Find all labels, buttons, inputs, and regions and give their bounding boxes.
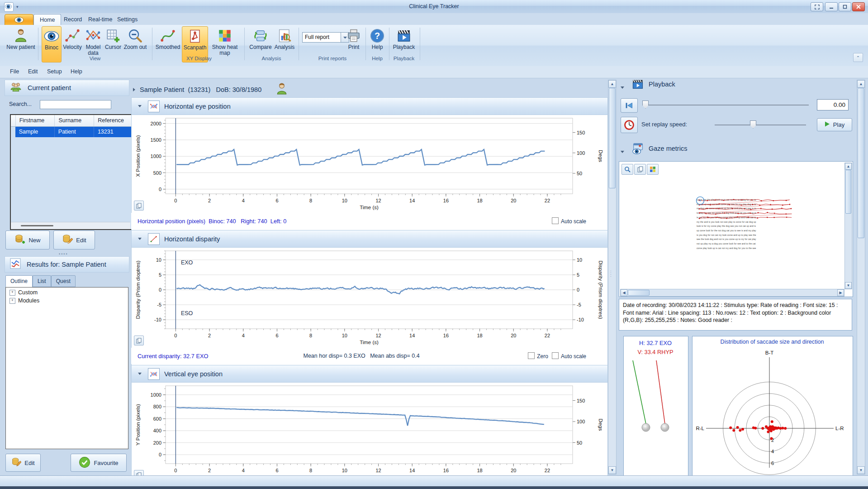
playback-slider-track[interactable] bbox=[642, 105, 809, 105]
menu-file[interactable]: File bbox=[10, 68, 19, 75]
smoothed-curve-icon bbox=[160, 28, 175, 43]
collapse-icon[interactable] bbox=[138, 373, 142, 375]
edit-patient-record-button[interactable]: Edit bbox=[53, 230, 95, 249]
green-deviation-line bbox=[633, 360, 646, 424]
results-edit-button[interactable]: Edit bbox=[5, 454, 41, 472]
binoc-button[interactable]: Binoc bbox=[42, 26, 62, 62]
new-patient-record-button[interactable]: New bbox=[5, 230, 50, 249]
disparity-chart-icon bbox=[148, 233, 160, 245]
cell-reference: 13231 bbox=[94, 127, 132, 137]
search-input[interactable] bbox=[40, 100, 111, 109]
table-hscrollbar[interactable] bbox=[11, 222, 130, 229]
menu-edit[interactable]: Edit bbox=[28, 68, 38, 75]
maximize-button[interactable] bbox=[839, 2, 851, 11]
stimulus-vscrollbar[interactable]: ▲ ▼ bbox=[844, 163, 852, 289]
svg-text:22: 22 bbox=[545, 198, 550, 203]
application-button[interactable] bbox=[5, 14, 33, 26]
splitter-grip[interactable]: •••• bbox=[59, 252, 68, 256]
scroll-up-icon[interactable]: ▲ bbox=[857, 80, 865, 88]
menu-help[interactable]: Help bbox=[71, 68, 82, 75]
replay-speed-slider-track[interactable] bbox=[715, 125, 806, 125]
column-reference[interactable]: Reference bbox=[94, 115, 132, 126]
replay-speed-slider-thumb[interactable] bbox=[750, 120, 756, 129]
scroll-up-icon[interactable]: ▲ bbox=[845, 163, 852, 170]
expand-icon[interactable]: + bbox=[9, 298, 15, 304]
tab-home[interactable]: Home bbox=[33, 14, 61, 25]
autoscale-control: Auto scale bbox=[552, 352, 586, 360]
tree-item-custom[interactable]: +Custom bbox=[9, 289, 128, 296]
report-type-select[interactable]: Full report bbox=[302, 32, 343, 43]
scroll-right-icon[interactable]: ▶ bbox=[837, 289, 844, 296]
group-label-xy-display: XY Display bbox=[172, 56, 226, 61]
scroll-down-icon[interactable]: ▼ bbox=[845, 282, 852, 289]
scroll-thumb[interactable] bbox=[845, 170, 851, 214]
ribbon-collapse-chevron-icon[interactable]: ⌃ bbox=[853, 53, 863, 62]
splitter-grip-dots[interactable]: ∙∙∙∙ bbox=[610, 270, 611, 278]
favourite-button[interactable]: Favourite bbox=[71, 454, 127, 472]
stimulus-hscrollbar[interactable]: ◀ ▶ bbox=[620, 289, 844, 297]
panel-vscrollbar[interactable]: ▲ ▼ bbox=[857, 80, 865, 475]
copy-chart-button[interactable] bbox=[134, 336, 144, 345]
chart2-svg: -10-50510-10-505100246810121416182022Tim… bbox=[131, 248, 607, 348]
gaze-collapse-icon[interactable] bbox=[621, 147, 624, 155]
chevron-right-icon[interactable] bbox=[133, 88, 135, 91]
tab-list[interactable]: List bbox=[33, 275, 51, 287]
scroll-up-icon[interactable]: ▲ bbox=[608, 80, 616, 88]
v-deviation-value: V: 33.4 RHYP bbox=[623, 349, 688, 355]
stimulus-row: is you dog for not cat my look come and … bbox=[697, 233, 804, 238]
svg-text:6: 6 bbox=[275, 333, 278, 338]
new-patient-button[interactable]: New patient bbox=[6, 26, 35, 62]
svg-text:ESO: ESO bbox=[181, 310, 193, 316]
scroll-down-icon[interactable]: ▼ bbox=[608, 466, 616, 474]
row-selector bbox=[11, 127, 15, 137]
rewind-button[interactable] bbox=[621, 98, 638, 113]
svg-text:2: 2 bbox=[208, 333, 211, 338]
main-scroll-thumb[interactable] bbox=[609, 88, 616, 188]
zoom-tool-button[interactable] bbox=[621, 164, 633, 175]
group-label-analysis: Analysis bbox=[244, 56, 299, 61]
chart2-title: Horizontal disparity bbox=[164, 235, 220, 243]
recording-info-text: Date of recording: 30/08/2023 14:11:22 :… bbox=[619, 299, 852, 331]
svg-text:500: 500 bbox=[153, 170, 161, 176]
collapse-icon[interactable] bbox=[138, 238, 142, 240]
grid-view-button[interactable] bbox=[647, 164, 659, 175]
svg-text:12: 12 bbox=[375, 333, 381, 338]
zero-checkbox[interactable] bbox=[528, 352, 535, 359]
search-row: Search... bbox=[5, 100, 128, 111]
svg-text:2000: 2000 bbox=[151, 121, 161, 126]
minimize-button[interactable] bbox=[825, 2, 838, 11]
scroll-thumb[interactable] bbox=[628, 290, 650, 296]
hv-deviation-box bbox=[623, 336, 688, 476]
scroll-left-icon[interactable]: ◀ bbox=[621, 289, 627, 296]
svg-text:?: ? bbox=[375, 31, 380, 41]
tree-item-modules[interactable]: +Modules bbox=[9, 297, 128, 304]
main-vscrollbar[interactable]: ▲ ∙∙∙∙ ▼ bbox=[608, 80, 617, 475]
results-header: Results for: Sample Patient bbox=[5, 256, 129, 273]
close-button[interactable] bbox=[852, 2, 865, 11]
playback-collapse-icon[interactable] bbox=[621, 82, 624, 91]
tab-settings[interactable]: Settings bbox=[111, 14, 143, 25]
copy-stimulus-button[interactable] bbox=[634, 164, 646, 175]
hscroll-thumb[interactable] bbox=[21, 225, 53, 226]
tab-outline[interactable]: Outline bbox=[5, 275, 33, 288]
auto-scale-checkbox[interactable] bbox=[552, 352, 559, 359]
scroll-down-icon[interactable]: ▼ bbox=[857, 466, 865, 474]
copy-chart-button[interactable] bbox=[134, 470, 144, 475]
column-surname[interactable]: Surname bbox=[55, 115, 94, 126]
menu-setup[interactable]: Setup bbox=[47, 68, 62, 75]
tab-quest[interactable]: Quest bbox=[51, 275, 76, 287]
zoom-out-button[interactable]: Zoom out bbox=[123, 26, 147, 62]
play-button[interactable]: Play bbox=[817, 118, 852, 131]
column-firstname[interactable]: Firstname bbox=[16, 115, 55, 126]
replay-speed-clock-button[interactable] bbox=[621, 117, 638, 133]
table-row[interactable]: Sample Patient 13231 bbox=[11, 127, 132, 137]
svg-text:1000: 1000 bbox=[151, 392, 161, 398]
collapse-icon[interactable] bbox=[138, 105, 142, 107]
copy-chart-button[interactable] bbox=[134, 201, 144, 211]
panel-scroll-thumb[interactable] bbox=[858, 88, 864, 238]
ribbon-separator bbox=[299, 28, 299, 60]
fit-window-button[interactable] bbox=[811, 2, 823, 11]
auto-scale-checkbox[interactable] bbox=[552, 217, 559, 224]
expand-icon[interactable]: + bbox=[9, 290, 15, 296]
playback-slider-thumb[interactable] bbox=[642, 101, 649, 109]
